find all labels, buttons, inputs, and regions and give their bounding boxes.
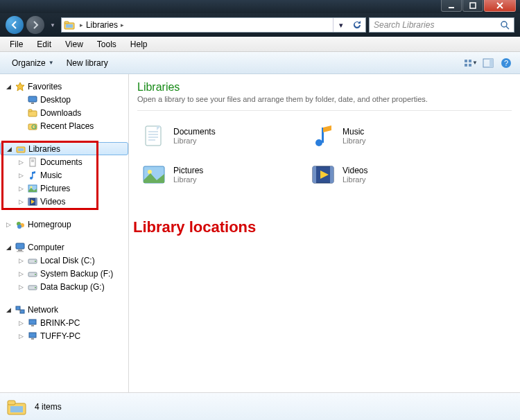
- annotation-text: Library locations: [133, 218, 256, 236]
- network-pc-icon: [26, 331, 39, 342]
- tree-favorites[interactable]: ◢ Favorites: [0, 80, 128, 93]
- expander-icon[interactable]: ◢: [4, 306, 12, 313]
- svg-rect-66: [330, 166, 333, 183]
- preview-pane-button[interactable]: [480, 55, 496, 71]
- forward-button[interactable]: [26, 16, 44, 34]
- library-grid: Documents Library Music Library: [137, 119, 512, 191]
- menu-view[interactable]: View: [58, 38, 90, 51]
- tree-item-music[interactable]: ▷ Music: [12, 168, 128, 182]
- svg-point-45: [35, 274, 36, 275]
- svg-text:?: ?: [504, 59, 508, 67]
- tree-item-system-backup[interactable]: ▷ System Backup (F:): [12, 267, 128, 280]
- library-item-music[interactable]: Music Library: [306, 119, 459, 152]
- tree-item-documents[interactable]: ▷ Documents: [12, 155, 128, 168]
- nav-history-dropdown[interactable]: ▼: [47, 22, 58, 28]
- tree-computer[interactable]: ◢ Computer: [0, 240, 128, 254]
- expander-icon[interactable]: ▷: [4, 221, 12, 228]
- menu-help[interactable]: Help: [123, 38, 155, 51]
- search-input[interactable]: Search Libraries: [369, 17, 514, 33]
- svg-rect-54: [31, 338, 34, 340]
- tree-item-local-disk[interactable]: ▷ Local Disk (C:): [12, 254, 128, 267]
- menu-tools[interactable]: Tools: [90, 38, 123, 51]
- svg-rect-0: [449, 7, 454, 8]
- svg-rect-4: [66, 24, 73, 28]
- music-icon: [26, 170, 39, 181]
- organize-button[interactable]: Organize▼: [6, 55, 60, 71]
- tree-item-recent[interactable]: Recent Places: [12, 119, 128, 132]
- expander-icon[interactable]: ▷: [17, 172, 25, 179]
- expander-icon[interactable]: ▷: [17, 270, 25, 277]
- titlebar: [0, 0, 520, 13]
- menu-edit[interactable]: Edit: [30, 38, 58, 51]
- expander-icon[interactable]: ◢: [5, 146, 13, 152]
- breadcrumb-label: Libraries: [86, 20, 118, 30]
- refresh-button[interactable]: [349, 18, 364, 32]
- expander-icon[interactable]: ◢: [4, 244, 12, 251]
- view-options-button[interactable]: ▼: [462, 55, 478, 71]
- expander-icon[interactable]: ◢: [4, 83, 12, 90]
- tree-item-data-backup[interactable]: ▷ Data Backup (G:): [12, 280, 128, 293]
- computer-icon: [14, 242, 26, 253]
- svg-rect-33: [28, 198, 30, 205]
- svg-point-63: [148, 170, 152, 174]
- tree-item-tuffy-pc[interactable]: ▷ TUFFY-PC: [12, 329, 128, 342]
- svg-rect-7: [465, 60, 467, 62]
- svg-rect-1: [470, 3, 476, 8]
- tree-item-brink-pc[interactable]: ▷ BRINK-PC: [12, 316, 128, 329]
- svg-point-60: [315, 139, 322, 146]
- drive-icon: [26, 268, 39, 279]
- tree-homegroup[interactable]: ▷ Homegroup: [0, 218, 128, 231]
- nav-row: ▼ ▸ Libraries ▸ ▾ Search Libraries: [0, 13, 520, 37]
- desktop-icon: [26, 94, 39, 105]
- svg-rect-16: [28, 96, 37, 102]
- pictures-icon: [26, 183, 39, 194]
- minimize-button[interactable]: [441, 0, 462, 12]
- address-dropdown-button[interactable]: ▾: [333, 18, 349, 32]
- status-count: 4 items: [35, 402, 62, 412]
- tree-group-favorites: ◢ Favorites Desktop Download: [0, 80, 128, 132]
- svg-point-38: [17, 225, 21, 229]
- tree-group-libraries: ◢ Libraries ▷ Documents ▷ Music: [0, 142, 128, 208]
- back-button[interactable]: [6, 16, 24, 34]
- svg-rect-55: [146, 126, 161, 146]
- videos-icon: [309, 161, 337, 189]
- tree-item-pictures[interactable]: ▷ Pictures: [12, 182, 128, 195]
- tree-libraries[interactable]: ◢ Libraries: [0, 142, 128, 155]
- expander-icon[interactable]: ▷: [17, 320, 25, 326]
- svg-rect-48: [16, 306, 20, 310]
- expander-icon[interactable]: ▷: [17, 333, 25, 340]
- expander-icon[interactable]: ▷: [17, 198, 25, 205]
- tree-network[interactable]: ◢ Network: [0, 303, 128, 316]
- close-button[interactable]: [484, 0, 516, 12]
- svg-rect-49: [20, 310, 24, 313]
- library-item-videos[interactable]: Videos Library: [306, 158, 459, 191]
- pictures-icon: [140, 161, 168, 189]
- page-heading: Libraries: [137, 81, 512, 94]
- svg-rect-52: [31, 325, 34, 326]
- drive-icon: [26, 255, 39, 266]
- library-item-documents[interactable]: Documents Library: [137, 119, 290, 152]
- expander-icon[interactable]: ▷: [17, 185, 25, 192]
- menu-file[interactable]: File: [3, 38, 30, 51]
- new-library-button[interactable]: New library: [60, 55, 114, 71]
- expander-icon[interactable]: ▷: [17, 159, 25, 166]
- svg-rect-39: [16, 243, 24, 249]
- tree-item-downloads[interactable]: Downloads: [12, 106, 128, 119]
- help-button[interactable]: ?: [498, 55, 514, 71]
- svg-rect-34: [35, 198, 37, 205]
- expander-icon[interactable]: ▷: [17, 257, 25, 264]
- tree-item-desktop[interactable]: Desktop: [12, 93, 128, 106]
- search-icon: [500, 20, 510, 30]
- address-bar[interactable]: ▸ Libraries ▸ ▾: [61, 17, 366, 33]
- maximize-button[interactable]: [462, 0, 483, 12]
- libraries-icon: [15, 143, 27, 155]
- search-placeholder: Search Libraries: [374, 20, 434, 30]
- content-pane: Libraries Open a library to see your fil…: [129, 74, 520, 392]
- library-item-pictures[interactable]: Pictures Library: [137, 158, 290, 191]
- breadcrumb-segment[interactable]: ▸ Libraries ▸: [76, 18, 128, 32]
- tree-item-videos[interactable]: ▷ Videos: [12, 195, 128, 208]
- svg-rect-40: [18, 250, 22, 251]
- tree-group-computer: ◢ Computer ▷ Local Disk (C:) ▷ System Ba…: [0, 240, 128, 293]
- expander-icon[interactable]: ▷: [17, 283, 25, 290]
- svg-rect-9: [465, 64, 467, 67]
